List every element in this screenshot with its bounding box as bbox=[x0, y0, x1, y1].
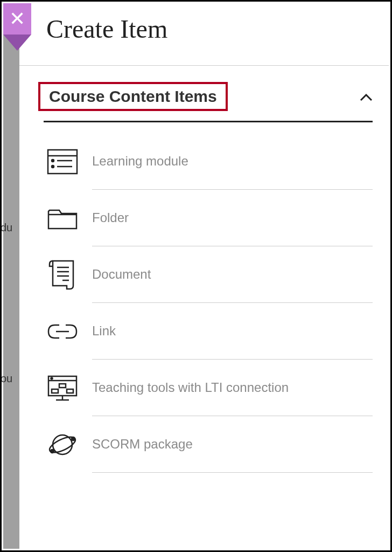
svg-point-20 bbox=[53, 435, 72, 454]
svg-point-23 bbox=[72, 437, 75, 440]
item-label-wrap: Learning module bbox=[92, 133, 373, 190]
item-link[interactable]: Link bbox=[44, 303, 373, 360]
section-title-highlight: Course Content Items bbox=[38, 82, 228, 111]
item-label-wrap: SCORM package bbox=[92, 416, 373, 473]
section-header[interactable]: Course Content Items bbox=[19, 66, 389, 116]
item-teaching-tools-lti[interactable]: Teaching tools with LTI connection bbox=[44, 360, 373, 416]
item-document[interactable]: Document bbox=[44, 246, 373, 303]
teaching-tools-icon bbox=[44, 373, 81, 403]
item-label: Link bbox=[92, 323, 116, 339]
item-learning-module[interactable]: Learning module bbox=[44, 133, 373, 190]
svg-rect-17 bbox=[67, 389, 73, 393]
item-label: Folder bbox=[92, 210, 129, 225]
item-label: Teaching tools with LTI connection bbox=[92, 380, 289, 395]
item-label-wrap: Link bbox=[92, 303, 373, 360]
items-list: Learning module Folder bbox=[19, 133, 389, 473]
item-scorm-package[interactable]: SCORM package bbox=[44, 416, 373, 473]
background-sliver: du ou bbox=[3, 3, 19, 549]
close-icon: ✕ bbox=[9, 9, 25, 29]
svg-point-2 bbox=[52, 160, 54, 162]
section-underline bbox=[44, 121, 373, 122]
close-button-tail bbox=[3, 34, 31, 51]
item-folder[interactable]: Folder bbox=[44, 190, 373, 246]
content-area: Create Item Course Content Items bbox=[19, 3, 389, 549]
item-label-wrap: Folder bbox=[92, 190, 373, 246]
svg-point-14 bbox=[51, 377, 53, 379]
bg-text: ou bbox=[1, 372, 12, 385]
svg-point-4 bbox=[52, 165, 54, 168]
svg-point-22 bbox=[51, 450, 54, 453]
chevron-up-icon bbox=[360, 88, 373, 105]
item-label: SCORM package bbox=[92, 437, 193, 452]
learning-module-icon bbox=[44, 148, 81, 175]
item-label: Document bbox=[92, 267, 151, 282]
item-label-wrap: Teaching tools with LTI connection bbox=[92, 360, 373, 416]
item-label-wrap: Document bbox=[92, 246, 373, 303]
bg-text: du bbox=[1, 222, 12, 234]
scorm-package-icon bbox=[44, 430, 81, 460]
link-icon bbox=[44, 321, 81, 342]
document-icon bbox=[44, 259, 81, 291]
page-title: Create Item bbox=[19, 3, 389, 44]
section-title: Course Content Items bbox=[49, 87, 217, 105]
svg-rect-16 bbox=[52, 389, 58, 393]
close-button[interactable]: ✕ bbox=[3, 3, 31, 34]
svg-rect-15 bbox=[59, 384, 66, 388]
folder-icon bbox=[44, 205, 81, 232]
create-item-panel: du ou ✕ Create Item Course Content Items bbox=[0, 0, 392, 552]
item-label: Learning module bbox=[92, 154, 188, 169]
